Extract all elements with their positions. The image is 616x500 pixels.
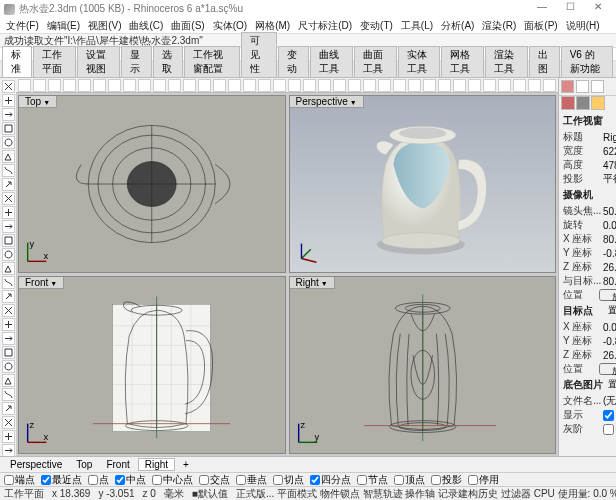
menu-item[interactable]: 编辑(E)	[47, 19, 80, 33]
ribbon-tab[interactable]: 网格工具	[441, 46, 484, 77]
ribbon-tab[interactable]: 工作平面	[33, 46, 76, 77]
ribbon-tab[interactable]: 曲线工具	[310, 46, 353, 77]
toolbar-button[interactable]	[243, 79, 256, 92]
tool-button[interactable]	[2, 430, 15, 443]
toolbar-button[interactable]	[258, 79, 271, 92]
toolbar-button[interactable]	[138, 79, 151, 92]
tool-button[interactable]	[2, 332, 15, 345]
osnap-checkbox[interactable]	[88, 475, 98, 485]
layers-tab-icon[interactable]	[576, 80, 589, 93]
prop-title[interactable]: Right	[603, 132, 616, 143]
osnap-checkbox[interactable]	[357, 475, 367, 485]
viewport-tab[interactable]: Top	[70, 459, 98, 470]
viewport-front[interactable]: Front▼	[18, 276, 286, 454]
tool-button[interactable]	[2, 108, 15, 121]
toolbar-button[interactable]	[153, 79, 166, 92]
osnap-checkbox[interactable]	[41, 475, 51, 485]
place-target-button[interactable]: 放置...	[599, 363, 616, 375]
prop-rotation[interactable]: 0.0	[603, 220, 616, 231]
osnap-option[interactable]: 停用	[468, 473, 499, 487]
osnap-option[interactable]: 中心点	[152, 473, 193, 487]
tool-button[interactable]	[2, 80, 15, 93]
prop-camera-x[interactable]: 80.212	[603, 234, 616, 245]
ribbon-tab[interactable]: 标准	[2, 46, 32, 77]
menu-item[interactable]: 文件(F)	[6, 19, 39, 33]
prop-height[interactable]: 478	[603, 160, 616, 171]
ribbon-tab[interactable]: 出图	[529, 46, 559, 77]
status-extra[interactable]: 正式版... 平面模式 物件锁点 智慧轨迹 操作轴 记录建构历史 过滤器 CPU…	[236, 487, 616, 501]
osnap-checkbox[interactable]	[273, 475, 283, 485]
ribbon-tab[interactable]: 设置视图	[77, 46, 120, 77]
place-camera-button[interactable]: 放置...	[599, 289, 616, 301]
menu-item[interactable]: 曲线(C)	[129, 19, 163, 33]
tool-button[interactable]	[2, 360, 15, 373]
gray-checkbox[interactable]	[603, 424, 614, 435]
toolbar-button[interactable]	[198, 79, 211, 92]
osnap-option[interactable]: 投影	[431, 473, 462, 487]
osnap-option[interactable]: 切点	[273, 473, 304, 487]
menu-item[interactable]: 渲染(R)	[482, 19, 516, 33]
tool-button[interactable]	[2, 234, 15, 247]
tool-button[interactable]	[2, 318, 15, 331]
tool-button[interactable]	[2, 178, 15, 191]
toolbar-button[interactable]	[228, 79, 241, 92]
menu-item[interactable]: 面板(P)	[524, 19, 557, 33]
toolbar-button[interactable]	[63, 79, 76, 92]
tool-button[interactable]	[2, 276, 15, 289]
osnap-checkbox[interactable]	[152, 475, 162, 485]
display-tab-icon[interactable]	[591, 80, 604, 93]
toolbar-button[interactable]	[513, 79, 526, 92]
prop-camera-y[interactable]: -0.814	[603, 248, 616, 259]
tool-button[interactable]	[2, 388, 15, 401]
prop-target-x[interactable]: 0.0	[603, 322, 616, 333]
ribbon-tab[interactable]: V6 的新功能	[561, 46, 613, 77]
menu-item[interactable]: 实体(O)	[213, 19, 247, 33]
menu-item[interactable]: 变动(T)	[360, 19, 393, 33]
prop-lens[interactable]: 50.0	[603, 206, 616, 217]
ribbon-tab[interactable]: 变动	[278, 46, 308, 77]
toolbar-button[interactable]	[498, 79, 511, 92]
tool-button[interactable]	[2, 444, 15, 457]
tool-button[interactable]	[2, 164, 15, 177]
prop-projection[interactable]: 平行	[603, 172, 616, 186]
sun-props-icon[interactable]	[591, 96, 605, 110]
status-cplane[interactable]: 工作平面	[4, 487, 44, 501]
properties-tab-icon[interactable]	[561, 80, 574, 93]
prop-filename[interactable]: (无)	[603, 394, 616, 408]
ribbon-tab[interactable]: 可见性	[241, 32, 278, 77]
maximize-button[interactable]: ☐	[556, 1, 584, 17]
tool-button[interactable]	[2, 150, 15, 163]
ribbon-tab[interactable]: 渲染工具	[485, 46, 528, 77]
toolbar-button[interactable]	[48, 79, 61, 92]
status-layer[interactable]: ■默认值	[192, 487, 228, 501]
toolbar-button[interactable]	[483, 79, 496, 92]
material-props-icon[interactable]	[576, 96, 590, 110]
ribbon-tab[interactable]: 选取	[153, 46, 183, 77]
close-button[interactable]: ✕	[584, 1, 612, 17]
toolbar-button[interactable]	[213, 79, 226, 92]
osnap-checkbox[interactable]	[4, 475, 14, 485]
prop-target-z[interactable]: 26.27	[603, 350, 616, 361]
status-units[interactable]: 毫米	[164, 487, 184, 501]
prop-camera-z[interactable]: 26.27	[603, 262, 616, 273]
toolbar-button[interactable]	[18, 79, 31, 92]
menu-item[interactable]: 曲面(S)	[171, 19, 204, 33]
toolbar-button[interactable]	[423, 79, 436, 92]
viewport-tab[interactable]: Front	[100, 459, 135, 470]
toolbar-button[interactable]	[78, 79, 91, 92]
viewport-tab[interactable]: Perspective	[4, 459, 68, 470]
menu-item[interactable]: 尺寸标注(D)	[298, 19, 352, 33]
viewport-perspective[interactable]: Perspective▼	[289, 95, 557, 273]
toolbar-button[interactable]	[108, 79, 121, 92]
toolbar-button[interactable]	[318, 79, 331, 92]
tool-button[interactable]	[2, 416, 15, 429]
tool-button[interactable]	[2, 220, 15, 233]
osnap-option[interactable]: 中点	[115, 473, 146, 487]
toolbar-button[interactable]	[168, 79, 181, 92]
toolbar-button[interactable]	[333, 79, 346, 92]
prop-distance[interactable]: 80.212	[603, 276, 616, 287]
osnap-option[interactable]: 垂点	[236, 473, 267, 487]
tool-button[interactable]	[2, 206, 15, 219]
osnap-option[interactable]: 顶点	[394, 473, 425, 487]
show-checkbox[interactable]	[603, 410, 614, 421]
